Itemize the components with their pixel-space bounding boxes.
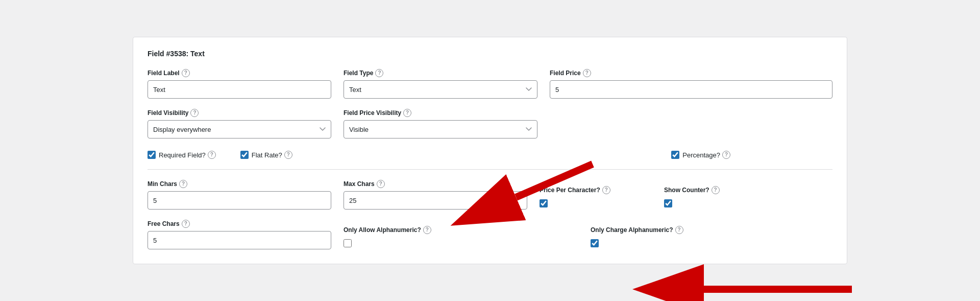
field-label-help-icon[interactable]: ? — [182, 69, 190, 77]
price-per-char-group: Price Per Character? ? — [540, 186, 652, 210]
row-1: Field Label ? Field Type ? Text Textarea… — [148, 69, 832, 99]
only-allow-alpha-help-icon[interactable]: ? — [423, 226, 431, 234]
field-visibility-select[interactable]: Display everywhere Admin only Hidden — [148, 120, 331, 138]
only-allow-alpha-group: Only Allow Alphanumeric? ? — [344, 226, 476, 249]
price-per-char-label: Price Per Character? ? — [540, 186, 652, 194]
field-settings-card: Field #3538: Text Field Label ? Field Ty… — [133, 37, 847, 264]
field-label-input[interactable] — [148, 80, 331, 99]
min-chars-group: Min Chars ? — [148, 180, 331, 210]
only-allow-alpha-checkbox[interactable] — [344, 239, 352, 247]
free-chars-input[interactable] — [148, 231, 331, 249]
required-field-help-icon[interactable]: ? — [208, 151, 216, 159]
flat-rate-help-icon[interactable]: ? — [284, 151, 292, 159]
show-counter-label: Show Counter? ? — [664, 186, 776, 194]
field-label-label: Field Label ? — [148, 69, 331, 77]
show-counter-checkbox[interactable] — [664, 199, 672, 207]
field-price-visibility-group: Field Price Visibility ? Visible Hidden … — [344, 109, 537, 138]
arrow-annotation-2 — [689, 276, 852, 301]
only-charge-alpha-group: Only Charge Alphanumeric? ? — [591, 226, 744, 249]
price-per-char-help-icon[interactable]: ? — [602, 186, 610, 194]
required-field-checkbox-item[interactable]: Required Field? ? — [148, 151, 216, 159]
row-2: Field Visibility ? Display everywhere Ad… — [148, 109, 832, 138]
free-chars-group: Free Chars ? — [148, 220, 331, 249]
only-charge-alpha-label: Only Charge Alphanumeric? ? — [591, 226, 744, 234]
field-type-help-icon[interactable]: ? — [375, 69, 383, 77]
percentage-checkbox-item[interactable]: Percentage? ? — [671, 151, 730, 159]
min-chars-label: Min Chars ? — [148, 180, 331, 188]
price-per-char-checkbox[interactable] — [540, 199, 548, 207]
min-chars-help-icon[interactable]: ? — [179, 180, 187, 188]
only-charge-alpha-checkbox[interactable] — [591, 239, 599, 247]
checkboxes-row: Required Field? ? Flat Rate? ? Percentag… — [148, 149, 832, 159]
flat-rate-checkbox-item[interactable]: Flat Rate? ? — [240, 151, 292, 159]
field-visibility-help-icon[interactable]: ? — [190, 109, 199, 117]
field-price-visibility-label: Field Price Visibility ? — [344, 109, 537, 117]
show-counter-group: Show Counter? ? — [664, 186, 776, 210]
free-chars-label: Free Chars ? — [148, 220, 331, 228]
only-charge-alpha-help-icon[interactable]: ? — [675, 226, 683, 234]
field-price-group: Field Price ? — [550, 69, 832, 99]
field-price-visibility-help-icon[interactable]: ? — [403, 109, 411, 117]
field-label-group: Field Label ? — [148, 69, 331, 99]
max-chars-input[interactable] — [344, 191, 527, 210]
card-title: Field #3538: Text — [148, 50, 832, 58]
field-price-help-icon[interactable]: ? — [583, 69, 591, 77]
row-4: Free Chars ? Only Allow Alphanumeric? ? … — [148, 220, 832, 249]
field-visibility-group: Field Visibility ? Display everywhere Ad… — [148, 109, 331, 138]
field-type-select[interactable]: Text Textarea Number Select — [344, 80, 537, 99]
field-price-visibility-select[interactable]: Visible Hidden Admin only — [344, 120, 537, 138]
required-field-checkbox[interactable] — [148, 151, 156, 159]
show-counter-help-icon[interactable]: ? — [712, 186, 720, 194]
only-allow-alpha-label: Only Allow Alphanumeric? ? — [344, 226, 476, 234]
percentage-checkbox[interactable] — [671, 151, 679, 159]
free-chars-help-icon[interactable]: ? — [182, 220, 190, 228]
max-chars-group: Max Chars ? — [344, 180, 527, 210]
max-chars-label: Max Chars ? — [344, 180, 527, 188]
flat-rate-checkbox[interactable] — [240, 151, 249, 159]
max-chars-help-icon[interactable]: ? — [377, 180, 385, 188]
field-price-label: Field Price ? — [550, 69, 832, 77]
divider-1 — [148, 169, 832, 170]
row-3: Min Chars ? Max Chars ? Price Per Charac… — [148, 180, 832, 210]
field-visibility-label: Field Visibility ? — [148, 109, 331, 117]
min-chars-input[interactable] — [148, 191, 331, 210]
percentage-help-icon[interactable]: ? — [722, 151, 730, 159]
field-price-input[interactable] — [550, 80, 832, 99]
field-type-group: Field Type ? Text Textarea Number Select — [344, 69, 537, 99]
field-type-label: Field Type ? — [344, 69, 537, 77]
